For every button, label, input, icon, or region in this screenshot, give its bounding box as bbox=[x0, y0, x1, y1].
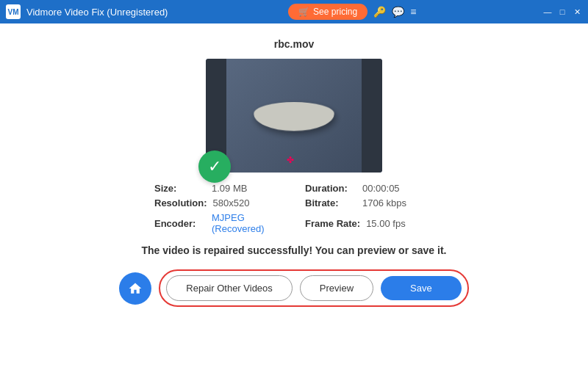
duration-value: 00:00:05 bbox=[362, 183, 400, 194]
key-icon[interactable]: 🔑 bbox=[373, 7, 386, 17]
minimize-button[interactable]: — bbox=[542, 7, 553, 17]
titlebar-center: 🛒 See pricing 🔑 💬 ≡ bbox=[288, 4, 416, 20]
window-controls: — □ ✕ bbox=[542, 7, 582, 17]
repair-other-button[interactable]: Repair Other Videos bbox=[166, 275, 293, 301]
app-title: Vidmore Video Fix (Unregistered) bbox=[26, 7, 168, 18]
close-button[interactable]: ✕ bbox=[572, 7, 582, 17]
encoder-row: Encoder: MJPEG (Recovered) bbox=[154, 212, 283, 234]
encoder-label: Encoder: bbox=[154, 218, 206, 229]
video-inner: ✤ bbox=[206, 59, 382, 173]
see-pricing-label: See pricing bbox=[313, 7, 357, 17]
video-thumbnail: ✤ ✓ bbox=[206, 59, 382, 173]
video-right-panel bbox=[362, 59, 382, 173]
home-icon bbox=[128, 281, 143, 296]
cart-icon: 🛒 bbox=[298, 7, 309, 17]
frame-rate-value: 15.00 fps bbox=[366, 218, 406, 229]
see-pricing-button[interactable]: 🛒 See pricing bbox=[288, 4, 368, 20]
encoder-value: MJPEG (Recovered) bbox=[212, 212, 283, 234]
frame-rate-row: Frame Rate: 15.00 fps bbox=[305, 212, 434, 234]
cursor-marker: ✤ bbox=[287, 155, 294, 165]
titlebar-left: VM Vidmore Video Fix (Unregistered) bbox=[6, 4, 168, 19]
bitrate-value: 1706 kbps bbox=[362, 197, 406, 208]
file-title: rbc.mov bbox=[274, 38, 314, 50]
maximize-button[interactable]: □ bbox=[557, 7, 567, 17]
success-badge: ✓ bbox=[198, 150, 231, 183]
resolution-label: Resolution: bbox=[154, 197, 207, 208]
video-object bbox=[252, 101, 336, 130]
chat-icon[interactable]: 💬 bbox=[392, 7, 404, 17]
action-buttons-group: Repair Other Videos Preview Save bbox=[159, 269, 468, 307]
duration-row: Duration: 00:00:05 bbox=[305, 183, 434, 194]
size-value: 1.09 MB bbox=[212, 183, 247, 194]
frame-rate-label: Frame Rate: bbox=[305, 218, 360, 229]
action-area: Repair Other Videos Preview Save bbox=[29, 269, 559, 307]
bitrate-label: Bitrate: bbox=[305, 197, 356, 208]
save-button[interactable]: Save bbox=[381, 276, 462, 300]
main-content: rbc.mov ✤ ✓ Size: 1.09 MB Duration: 00:0… bbox=[0, 23, 588, 381]
size-label: Size: bbox=[154, 183, 206, 194]
success-message: The video is repaired successfully! You … bbox=[142, 244, 447, 256]
menu-icon[interactable]: ≡ bbox=[410, 7, 416, 17]
size-row: Size: 1.09 MB bbox=[154, 183, 283, 194]
resolution-row: Resolution: 580x520 bbox=[154, 197, 283, 208]
home-button[interactable] bbox=[119, 272, 151, 305]
resolution-value: 580x520 bbox=[213, 197, 250, 208]
file-info: Size: 1.09 MB Duration: 00:00:05 Resolut… bbox=[154, 183, 434, 234]
app-logo: VM bbox=[6, 4, 21, 19]
bitrate-row: Bitrate: 1706 kbps bbox=[305, 197, 434, 208]
preview-button[interactable]: Preview bbox=[300, 275, 373, 301]
titlebar: VM Vidmore Video Fix (Unregistered) 🛒 Se… bbox=[0, 0, 588, 23]
duration-label: Duration: bbox=[305, 183, 356, 194]
